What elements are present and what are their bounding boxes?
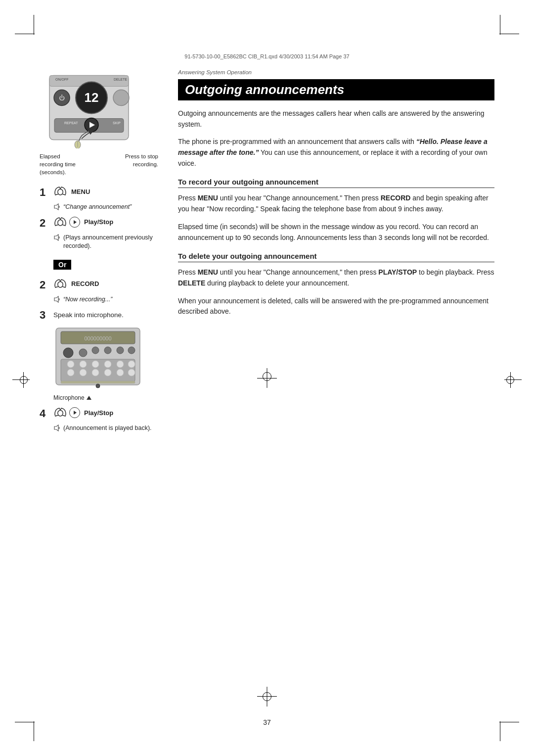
playstop-button-2a	[69, 217, 80, 228]
page-title: Outgoing announcements	[178, 79, 494, 100]
speaker-icon-2a	[53, 234, 61, 241]
svg-point-37	[92, 369, 99, 376]
handset-icon-2b	[53, 279, 67, 289]
svg-point-38	[104, 369, 111, 376]
svg-point-33	[117, 361, 124, 368]
section-1-heading: To record your outgoing announcement	[178, 178, 494, 188]
svg-marker-18	[54, 296, 58, 302]
intro-paragraph-2: The phone is pre-programmed with an anno…	[178, 137, 494, 169]
section-label: Answering System Operation	[178, 69, 494, 75]
svg-point-36	[80, 369, 87, 376]
svg-text:SKIP: SKIP	[113, 121, 121, 125]
svg-point-24	[92, 347, 99, 354]
svg-text:12: 12	[85, 90, 99, 105]
device-image-top: ON/OFF DELETE 12 ⏻ REPEAT SKIP	[40, 69, 138, 148]
svg-point-22	[63, 348, 73, 358]
svg-point-35	[67, 369, 74, 376]
right-column: Answering System Operation Outgoing anno…	[178, 69, 494, 707]
svg-text:REPEAT: REPEAT	[64, 121, 78, 125]
svg-point-39	[117, 369, 124, 376]
speaker-icon-2b	[53, 296, 61, 303]
left-column: ON/OFF DELETE 12 ⏻ REPEAT SKIP	[40, 69, 158, 707]
playstop-button-4	[69, 407, 80, 418]
speaker-icon-1	[53, 203, 61, 210]
section-2-paragraph-2: When your announcement is deleted, calls…	[178, 296, 494, 317]
step-2b: 2 RECORD	[40, 279, 158, 290]
svg-point-42	[96, 384, 100, 388]
handset-icon-2a	[53, 217, 67, 228]
device-image-small: 000000000	[53, 326, 142, 391]
section-1-paragraph-1: Press MENU until you hear "Change announ…	[178, 193, 494, 214]
svg-point-27	[128, 347, 135, 354]
svg-point-31	[92, 361, 99, 368]
svg-point-25	[104, 347, 111, 354]
step-1-note: “Change announcement”	[53, 203, 158, 212]
intro-paragraph-1: Outgoing announcements are the messages …	[178, 108, 494, 130]
step-2a-note: (Plays announcement previously recorded)…	[53, 234, 158, 251]
svg-point-40	[128, 369, 135, 376]
svg-text:ON/OFF: ON/OFF	[55, 78, 68, 81]
svg-point-26	[117, 347, 124, 354]
svg-point-8	[113, 90, 129, 106]
step-4-note: (Announcement is played back).	[53, 424, 158, 433]
step-2b-note: “Now recording...”	[53, 295, 158, 304]
section-2-paragraph-1: Press MENU until you hear "Change announ…	[178, 267, 494, 288]
svg-text:DELETE: DELETE	[114, 78, 128, 81]
svg-marker-43	[54, 425, 58, 431]
step-1: 1 MENU	[40, 186, 158, 198]
svg-point-23	[79, 349, 87, 357]
arrow-up-icon	[87, 396, 91, 400]
svg-point-34	[128, 361, 135, 368]
svg-point-30	[80, 361, 87, 368]
step-3: 3 Speak into microphone.	[40, 309, 158, 321]
svg-point-32	[104, 361, 111, 368]
file-info: 91-5730-10-00_E5862BC CIB_R1.qxd 4/30/20…	[40, 53, 494, 59]
svg-point-29	[67, 361, 74, 368]
speaker-icon-4	[53, 425, 61, 431]
section-2-heading: To delete your outgoing announcement	[178, 252, 494, 262]
step-2a: 2 Play/Stop	[40, 217, 158, 229]
handset-icon-4	[53, 407, 67, 418]
svg-rect-41	[61, 381, 135, 383]
device-caption: Elapsed recording time (seconds). Press …	[40, 152, 158, 176]
or-divider: Or	[53, 256, 158, 274]
menu-handset-icon	[53, 186, 67, 197]
svg-marker-16	[54, 204, 58, 210]
svg-text:000000000: 000000000	[84, 335, 111, 341]
svg-text:⏻: ⏻	[59, 94, 65, 101]
svg-marker-17	[54, 235, 58, 240]
microphone-caption: Microphone	[53, 394, 158, 401]
step-4: 4 Play/Stop	[40, 407, 158, 419]
section-1-paragraph-2: Elapsed time (in seconds) will be shown …	[178, 222, 494, 243]
page-number: 37	[263, 718, 271, 726]
